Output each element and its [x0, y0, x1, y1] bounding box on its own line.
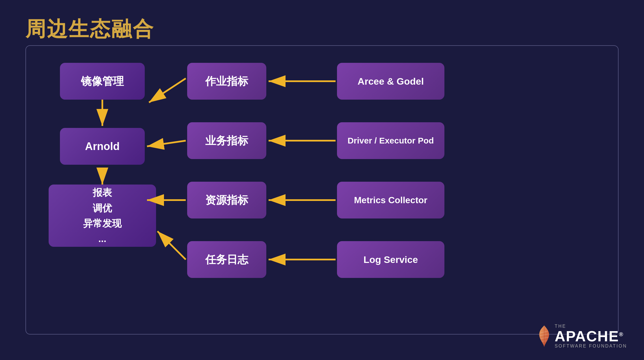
box-yewu: 业务指标 — [187, 122, 266, 159]
page-title: 周边生态融合 — [25, 16, 154, 43]
svg-line-8 — [157, 231, 186, 260]
apache-feather-icon — [537, 325, 551, 348]
box-baobiao: 报表 调优 异常发现 ... — [49, 185, 156, 247]
box-zuoye: 作业指标 — [187, 63, 266, 100]
box-logservice: Log Service — [337, 241, 444, 278]
box-renwu: 任务日志 — [187, 241, 266, 278]
box-arnold: Arnold — [60, 128, 145, 165]
main-container: 镜像管理 Arnold 报表 调优 异常发现 ... 作业指标 业务指标 资源指… — [25, 45, 619, 335]
box-ziyuan: 资源指标 — [187, 182, 266, 218]
box-arcee: Arcee & Godel — [337, 63, 444, 100]
svg-line-6 — [147, 141, 186, 146]
apache-name: APACHE® — [555, 329, 627, 344]
baobiao-label: 报表 调优 异常发现 ... — [83, 185, 122, 247]
apache-text-block: THE APACHE® SOFTWARE FOUNDATION — [555, 324, 627, 349]
apache-logo: THE APACHE® SOFTWARE FOUNDATION — [537, 324, 627, 349]
apache-sub: SOFTWARE FOUNDATION — [555, 344, 627, 349]
box-driver: Driver / Executor Pod — [337, 122, 444, 159]
svg-line-5 — [149, 78, 186, 102]
box-metrics: Metrics Collector — [337, 182, 444, 218]
box-jingxiang: 镜像管理 — [60, 63, 145, 100]
